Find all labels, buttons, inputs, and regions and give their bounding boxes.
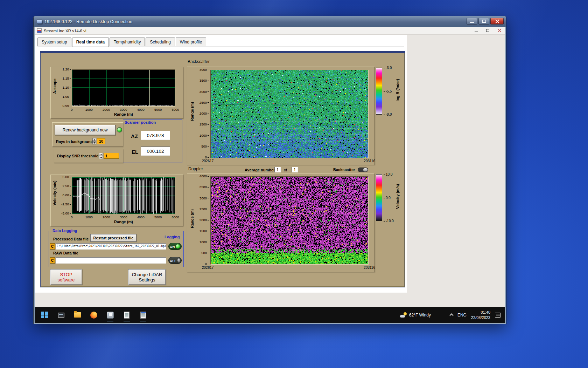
tab-temp-humidity[interactable]: Temp/humidity <box>110 38 145 46</box>
raw-drive-button[interactable]: C <box>50 257 55 264</box>
file-explorer-icon <box>74 312 81 318</box>
taskbar-clock[interactable]: 01:40 22/08/2023 <box>471 310 490 320</box>
task-view-icon <box>58 313 64 318</box>
el-label: EL <box>132 149 138 155</box>
app-minimize-button[interactable] <box>473 28 479 33</box>
el-value[interactable]: 000.102 <box>141 146 170 156</box>
velocity-x-axis-label: Range (m) <box>72 220 175 224</box>
average-of-label: of <box>284 168 287 172</box>
ascope-x-axis-label: Range (m) <box>72 112 175 116</box>
app-titlebar[interactable]: StreamLine XR v14-6.vi <box>35 27 505 35</box>
on-led-icon <box>176 244 180 248</box>
notification-center-icon[interactable] <box>495 313 501 318</box>
raw-path-field[interactable] <box>56 257 166 264</box>
firefox-icon <box>90 312 97 319</box>
az-value[interactable]: 078.978 <box>141 131 170 140</box>
vi-icon <box>37 28 42 33</box>
taskbar-icons <box>40 310 147 320</box>
average-number-label: Average number <box>245 168 275 172</box>
app-close-button[interactable] <box>496 28 503 33</box>
weather-icon <box>400 312 407 318</box>
off-led-icon <box>177 258 180 263</box>
streamline-app-icon <box>107 312 114 319</box>
change-lidar-settings-button[interactable]: Change LiDAR Settings <box>128 269 166 285</box>
scanner-position-title: Scanner position <box>125 120 156 124</box>
backscatter-doppler-toggle[interactable] <box>358 168 368 172</box>
doppler-colorbar <box>376 174 382 221</box>
rdp-minimize-button[interactable] <box>467 18 477 25</box>
scan-scheduler-icon <box>124 312 130 319</box>
notepad-button[interactable] <box>139 310 147 320</box>
task-view-button[interactable] <box>57 310 65 320</box>
data-logging-group: Data Logging Processed Data file Restart… <box>49 231 184 267</box>
rays-spinner[interactable] <box>92 138 96 144</box>
taskbar: 62°F Windy ENG 01:40 22/08/2023 <box>35 307 505 323</box>
tab-real-time-data[interactable]: Real time data <box>72 38 109 47</box>
backscatter-colorbar-label: log B (/m/sr) <box>396 79 400 101</box>
logging-label: Logging <box>164 235 180 239</box>
raw-logging-off-switch[interactable]: OFF <box>168 257 182 264</box>
streamline-app-button[interactable] <box>106 310 114 320</box>
off-label: OFF <box>170 259 176 263</box>
renew-background-button[interactable]: Renew background now <box>55 125 115 135</box>
weather-widget[interactable]: 62°F Windy <box>400 312 431 318</box>
snr-spinner[interactable] <box>99 153 103 159</box>
scan-scheduler-button[interactable] <box>122 310 131 320</box>
doppler-section-label: Doppler <box>188 166 203 171</box>
clock-date: 22/08/2023 <box>471 315 490 320</box>
ascope-x-ticks: 0100020003000400050006000 <box>66 108 181 111</box>
snr-value[interactable]: 1 <box>104 153 119 159</box>
tab-system-setup[interactable]: System setup <box>37 38 71 46</box>
doppler-plot-area <box>211 177 368 264</box>
processed-data-file-label: Processed Data file <box>53 237 89 241</box>
tab-strip: System setup Real time data Temp/humidit… <box>37 38 207 46</box>
tray-chevron-icon[interactable] <box>449 313 453 317</box>
rdp-close-button[interactable] <box>490 18 504 25</box>
app-restore-button[interactable] <box>485 28 491 33</box>
doppler-graph: Range (m) 400035003000250020001500100050… <box>187 173 375 272</box>
system-tray: 62°F Windy ENG 01:40 22/08/2023 <box>400 310 505 320</box>
rdp-window: 192.168.0.122 - Remote Desktop Connectio… <box>33 16 506 324</box>
backscatter-x-ticks: 202617203116 <box>202 159 375 163</box>
processed-logging-on-switch[interactable]: ON <box>168 243 182 250</box>
az-label: AZ <box>131 133 138 139</box>
tab-control-border <box>37 47 404 47</box>
velocity-graph: Velocity (m/s) 5.002.500.00-2.50-5.00 01… <box>50 175 183 226</box>
background-status-led <box>117 127 122 132</box>
doppler-y-axis-label: Range (m) <box>190 209 194 228</box>
start-button[interactable] <box>40 310 49 320</box>
app-window-title: StreamLine XR v14-6.vi <box>44 29 86 33</box>
average-current-value[interactable]: 1 <box>274 167 281 172</box>
average-total-value[interactable]: 1 <box>292 167 298 172</box>
rdp-icon <box>37 20 42 24</box>
on-label: ON <box>170 245 175 248</box>
stop-software-button[interactable]: STOP software <box>50 269 82 285</box>
doppler-y-ticks: 40003500300025002000150010005000 <box>196 175 209 266</box>
ascope-y-axis-label: A-scope <box>52 79 57 94</box>
weather-text: 62°F Windy <box>409 313 431 318</box>
language-indicator[interactable]: ENG <box>457 313 467 318</box>
app-client-area: System setup Real time data Temp/humidit… <box>35 35 505 307</box>
firefox-button[interactable] <box>90 310 98 320</box>
backscatter-y-axis-label: Range (m) <box>190 102 194 121</box>
ascope-y-ticks: 1.201.151.101.050.99 <box>58 68 71 108</box>
rays-value[interactable]: 10 <box>97 138 105 144</box>
snr-control-group: Display SNR threshold 1 <box>54 149 123 163</box>
processed-drive-button[interactable]: C <box>50 243 55 250</box>
rdp-titlebar[interactable]: 192.168.0.122 - Remote Desktop Connectio… <box>34 16 506 27</box>
scanner-position-group: Scanner position AZ 078.978 EL 000.102 <box>123 120 182 163</box>
velocity-y-ticks: 5.002.500.00-2.50-5.00 <box>57 175 71 215</box>
file-explorer-button[interactable] <box>73 310 82 320</box>
tab-scheduling[interactable]: Scheduling <box>146 38 175 46</box>
backscatter-plot-area <box>211 70 368 158</box>
rdp-maximize-button[interactable] <box>478 18 489 25</box>
velocity-x-ticks: 0100020003000400050006000 <box>66 215 181 219</box>
restart-processed-file-button[interactable]: Restart processed file <box>90 234 136 242</box>
processed-path-field[interactable]: C:\Lidar\Data\Proc\2023\202308\20230822\… <box>56 243 166 250</box>
tab-wind-profile[interactable]: Wind profile <box>176 38 206 46</box>
start-icon <box>41 312 48 318</box>
backscatter-y-ticks: 40003500300025002000150010005000 <box>196 68 209 159</box>
backscatter-section-label: Backscatter <box>188 59 210 64</box>
notepad-icon <box>140 312 146 319</box>
backscatter-colorbar <box>376 68 382 115</box>
